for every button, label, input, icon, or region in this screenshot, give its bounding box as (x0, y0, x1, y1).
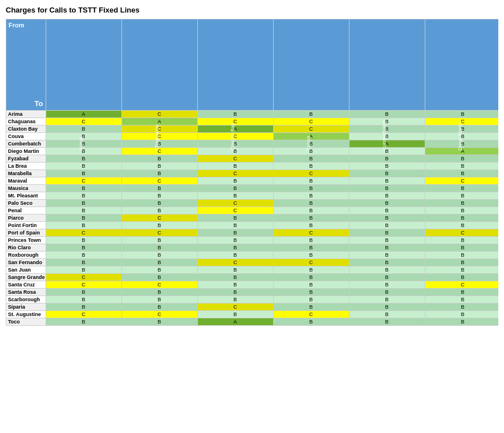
cell-r22-c5: B (425, 274, 498, 281)
cell-r21-c3: B (273, 266, 349, 274)
cell-r25-c2: B (197, 296, 273, 303)
cell-r23-c3: B (273, 281, 349, 289)
cell-r15-c3: B (273, 222, 349, 229)
cell-r22-c2: B (197, 274, 273, 281)
cell-r18-c4: B (349, 244, 425, 252)
cell-r8-c5: B (425, 170, 498, 177)
table-row: Rio ClaroBBBBBBBBBBBBBBBBBCABBBBBBBBBB (6, 244, 499, 252)
table-row: PiarcoBCBBBBBBBCCBBBCBBCBBBBBCCCBBB (6, 215, 499, 222)
cell-r6-c0: B (46, 155, 121, 163)
cell-r20-c2: C (197, 259, 273, 266)
cell-r16-c4: B (349, 229, 425, 237)
table-row: PenalBBCBBBACCBBBBAABCBCBBBCBBBBBB (6, 207, 499, 215)
cell-r16-c3: C (273, 229, 349, 237)
cell-r7-c2: B (197, 163, 273, 170)
row-header-15: Point Fortin (6, 222, 46, 229)
row-header-16: Port of Spain (6, 229, 46, 237)
table-row: Santa RosaBBBBBBBBBBBBBBBBBBBBBCCABBCBB (6, 289, 499, 296)
cell-r19-c4: B (349, 252, 425, 259)
cell-r25-c3: B (273, 296, 349, 303)
cell-r14-c3: B (273, 215, 349, 222)
cell-r26-c2: C (197, 303, 273, 311)
cell-r6-c4: B (349, 155, 425, 163)
cell-r17-c1: B (121, 237, 197, 244)
cell-r17-c5: B (425, 237, 498, 244)
cell-r7-c0: B (46, 163, 121, 170)
cell-r25-c0: B (46, 296, 121, 303)
cell-r8-c2: C (197, 170, 273, 177)
table-wrapper: From ToArimaChaguanasClaxton BayCouvaCum… (6, 19, 498, 326)
cell-r13-c2: C (197, 207, 273, 215)
cell-r8-c4: B (349, 170, 425, 177)
cell-r14-c2: B (197, 215, 273, 222)
cell-r6-c1: B (121, 155, 197, 163)
cell-r27-c1: C (121, 311, 197, 318)
cell-r22-c1: B (121, 274, 197, 281)
cell-r18-c5: B (425, 244, 498, 252)
table-row: Palo SecoBBCBBBACCBBBBAABCBCBBBCBBBBBB (6, 200, 499, 207)
cell-r27-c4: B (349, 311, 425, 318)
table-row: St. AugustineCCBCBBBBBCCBBBBCBBBBBCBBBCB… (6, 311, 499, 318)
row-header-25: Scarborough (6, 296, 46, 303)
cell-r28-c3: B (273, 318, 349, 326)
cell-r15-c1: B (121, 222, 197, 229)
cell-r21-c1: B (121, 266, 197, 274)
cell-r17-c4: B (349, 237, 425, 244)
table-row: Princes TownBBBBBBBBBBBBCCBBBACBCBBBBBBC… (6, 237, 499, 244)
cell-r11-c5: B (425, 192, 498, 200)
row-header-19: Roxborough (6, 252, 46, 259)
row-header-9: Maraval (6, 177, 46, 185)
cell-r13-c1: B (121, 207, 197, 215)
cell-r11-c3: B (273, 192, 349, 200)
table-row: Port of SpainCCBCBCBBBCCBBBCBACBBBBCBCCB… (6, 229, 499, 237)
cell-r10-c2: B (197, 185, 273, 192)
row-header-3: Couva (6, 133, 46, 140)
cell-r8-c1: B (121, 170, 197, 177)
cell-r18-c2: B (197, 244, 273, 252)
cell-r24-c5: B (425, 289, 498, 296)
cell-r15-c0: B (46, 222, 121, 229)
col-header-1: Chaguanas (121, 19, 197, 111)
row-header-10: Mausica (6, 185, 46, 192)
cell-r19-c2: B (197, 252, 273, 259)
cell-r17-c0: B (46, 237, 121, 244)
col-header-0: Arima (46, 19, 121, 111)
row-header-11: Mt. Pleasant (6, 192, 46, 200)
cell-r11-c2: B (197, 192, 273, 200)
corner-cell: From To (6, 19, 46, 111)
table-row: MarabellaBBCCBBCBABBBCCBBBCBBABBBBBBBC (6, 170, 499, 177)
row-header-28: Toco (6, 318, 46, 326)
cell-r26-c1: B (121, 303, 197, 311)
row-header-24: Santa Rosa (6, 289, 46, 296)
cell-r16-c2: B (197, 229, 273, 237)
cell-r27-c0: C (46, 311, 121, 318)
cell-r20-c0: B (46, 259, 121, 266)
row-header-18: Rio Claro (6, 244, 46, 252)
cell-r11-c1: B (121, 192, 197, 200)
table-row: ScarboroughBBBBBBBBABBBBBBBBABBBBBBBABB (6, 296, 499, 303)
cell-r10-c1: B (121, 185, 197, 192)
row-header-5: Diego Martin (6, 148, 46, 155)
cell-r16-c5: C (425, 229, 498, 237)
cell-r22-c0: C (46, 274, 121, 281)
row-header-0: Arima (6, 111, 46, 118)
cell-r6-c3: B (273, 155, 349, 163)
corner-from-label: From (9, 22, 25, 29)
cell-r10-c4: B (349, 185, 425, 192)
cell-r19-c5: B (425, 252, 498, 259)
table-row: TocoBBABBBBBBBBBBBBBBABBBBBBBBBBB (6, 318, 499, 326)
cell-r9-c4: B (349, 177, 425, 185)
cell-r7-c4: B (349, 163, 425, 170)
cell-r20-c3: C (273, 259, 349, 266)
table-row: San JuanBBBBBBBCCBBBBCBBBCBBBBABCCBBC (6, 266, 499, 274)
cell-r7-c5: B (425, 163, 498, 170)
cell-r6-c2: C (197, 155, 273, 163)
cell-r25-c5: B (425, 296, 498, 303)
cell-r23-c2: B (197, 281, 273, 289)
table-row: MausicaBBBBBBBBBBBBBBBBBBBBBCCCCBBCB (6, 185, 499, 192)
cell-r28-c2: A (197, 318, 273, 326)
cell-r26-c4: B (349, 303, 425, 311)
row-header-20: San Fernando (6, 259, 46, 266)
page-title: Charges for Calls to TSTT Fixed Lines (6, 6, 498, 14)
table-row: RoxboroughBBBBBBBBBBABBBBBBBBABBBBBBBAB (6, 252, 499, 259)
